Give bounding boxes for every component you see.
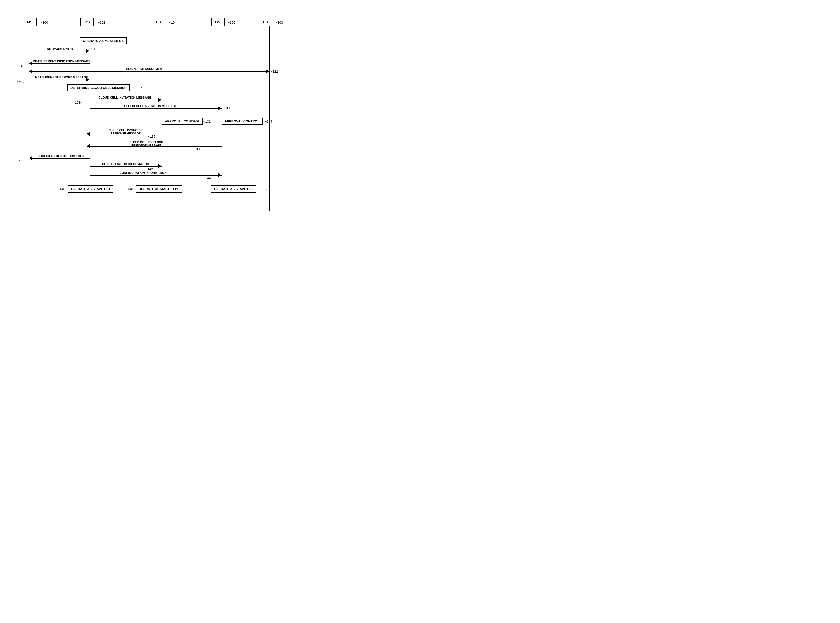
arrow-cloud-inv1 [90, 100, 162, 100]
label-config1: CONFIGURATION INFORMATION [32, 155, 90, 158]
arrow-config1 [32, 158, 90, 159]
label-cloud-resp1: CLOUD CELL INVITATIONRESPONSE MESSAGE [90, 129, 161, 135]
arrowhead-cloud-resp2 [87, 144, 90, 148]
action-box-134: APPROVAL CONTROL [222, 118, 263, 125]
ref-100: ~100 [41, 21, 48, 25]
ref-140: 140~ [17, 159, 24, 163]
ref-108: ~108 [275, 21, 283, 25]
arrow-channel-meas [32, 71, 269, 72]
arrowhead-cloud-resp1 [87, 132, 90, 136]
ref-148: 148~ [127, 187, 135, 191]
action-box-112: OPERATE AS MASTER BS [80, 37, 127, 44]
ref-122: ~122 [271, 69, 278, 73]
label-cloud-inv2: CLOUD CELL INVITATION MESSAGE [108, 104, 193, 108]
ref-144: ~144 [203, 176, 211, 180]
ref-146: 146~ [60, 187, 67, 191]
ref-126: ~126 [135, 86, 142, 90]
vline-bs102 [90, 26, 90, 212]
ref-136: ~136 [148, 135, 155, 138]
sequence-diagram: MS ~100 BS ~102 BS ~104 BS ~106 BS ~108 … [12, 10, 289, 216]
node-bs106: BS [211, 18, 225, 26]
arrow-meas-ind [32, 63, 90, 64]
label-meas-ind: MEASUREMENT INDICATION MESSAGE [33, 60, 90, 63]
ref-138: ~138 [192, 147, 199, 151]
vline-ms [32, 26, 32, 212]
label-cloud-resp2: CLOUD CELL INVITATIONRESPONSE MESSAGE [110, 141, 182, 147]
arrow-network-entry [32, 51, 89, 52]
arrowhead-meas-ind [29, 61, 32, 65]
label-config3: CONFIGURATION INFORMATION [108, 171, 178, 175]
ref-102: ~102 [98, 21, 105, 25]
ref-106: ~106 [228, 21, 235, 25]
ref-132: ~132 [203, 120, 211, 123]
arrow-meas-report [32, 80, 90, 80]
node-ms: MS [23, 18, 37, 26]
ref-114: 114~ [17, 64, 24, 68]
ref-104: ~104 [169, 21, 176, 25]
label-meas-report: MEASUREMENT REPORT MESSAGE [33, 75, 90, 79]
vline-bs108 [269, 26, 270, 212]
action-box-132: APPROVAL CONTROL [162, 118, 203, 125]
arrowhead-channel-meas-right [266, 69, 269, 73]
ref-142: ~142 [145, 167, 153, 171]
ref-110: ~110 [87, 47, 95, 51]
arrowhead-channel-meas-left [29, 69, 32, 73]
arrowhead-cloud-inv2 [218, 106, 221, 110]
arrowhead-config1 [29, 156, 32, 160]
label-cloud-inv1: CLOUD CELL INVITATION MESSAGE [90, 96, 159, 100]
arrowhead-config3 [218, 173, 221, 177]
ref-134: ~134 [265, 120, 272, 123]
ref-124: 124~ [17, 80, 24, 84]
action-box-150: OPERATE AS SLAVE BS2 [211, 185, 257, 193]
ref-128: 128~ [75, 101, 82, 104]
action-box-146: OPERATE AS SLAVE BS1 [68, 185, 113, 193]
action-box-126: DETERMINE CLOUD CELL MEMBER [67, 84, 130, 91]
ref-112: ~112 [131, 39, 138, 43]
arrow-config2 [90, 166, 162, 167]
action-box-148: OPERATE AS MASTER BS [136, 185, 182, 193]
label-config2: CONFIGURATION INFORMATION [90, 163, 161, 166]
label-channel-meas: CHANNEL MEASUREMENT [100, 67, 188, 71]
label-network-entry: NETWORK ENTRY [38, 47, 83, 51]
node-bs104: BS [151, 18, 165, 26]
arrow-config3 [90, 175, 222, 175]
arrow-cloud-inv2 [90, 109, 222, 109]
ref-150: ~150 [261, 187, 268, 191]
ref-130: ~130 [222, 106, 230, 110]
node-bs108: BS [259, 18, 272, 26]
node-bs102: BS [80, 18, 94, 26]
